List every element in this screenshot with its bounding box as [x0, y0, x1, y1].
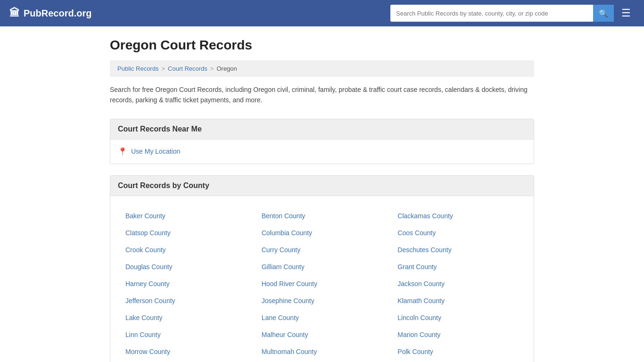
county-item[interactable]: Harney County	[118, 275, 254, 292]
county-item[interactable]: Multnomah County	[254, 343, 390, 360]
county-item[interactable]: Columbia County	[254, 224, 390, 241]
county-item[interactable]: Coos County	[390, 224, 526, 241]
location-icon: 📍	[118, 147, 127, 156]
menu-icon: ☰	[621, 7, 631, 19]
breadcrumb-current: Oregon	[216, 65, 237, 72]
county-item[interactable]: Benton County	[254, 207, 390, 224]
county-item[interactable]: Lincoln County	[390, 309, 526, 326]
county-item[interactable]: Marion County	[390, 326, 526, 343]
county-item[interactable]: Umatilla County	[390, 360, 526, 362]
county-item[interactable]: Jefferson County	[118, 292, 254, 309]
county-item[interactable]: Clatsop County	[118, 224, 254, 241]
county-item[interactable]: Curry County	[254, 241, 390, 258]
county-item[interactable]: Linn County	[118, 326, 254, 343]
header-right: 🔍 ☰	[390, 5, 635, 22]
county-item[interactable]: Sherman County	[118, 360, 254, 362]
county-item[interactable]: Hood River County	[254, 275, 390, 292]
main-content: Oregon Court Records Public Records > Co…	[100, 26, 544, 362]
breadcrumb: Public Records > Court Records > Oregon	[110, 60, 534, 77]
county-item[interactable]: Malheur County	[254, 326, 390, 343]
site-header: 🏛 PubRecord.org 🔍 ☰	[0, 0, 644, 26]
county-item[interactable]: Tillamook County	[254, 360, 390, 362]
county-item[interactable]: Lane County	[254, 309, 390, 326]
logo-icon: 🏛	[9, 7, 20, 19]
breadcrumb-sep-1: >	[161, 65, 165, 72]
county-item[interactable]: Lake County	[118, 309, 254, 326]
county-item[interactable]: Deschutes County	[390, 241, 526, 258]
county-item[interactable]: Polk County	[390, 343, 526, 360]
county-item[interactable]: Morrow County	[118, 343, 254, 360]
breadcrumb-court-records[interactable]: Court Records	[168, 65, 207, 72]
county-item[interactable]: Klamath County	[390, 292, 526, 309]
near-me-header: Court Records Near Me	[110, 119, 534, 140]
county-section-body: Baker CountyBenton CountyClackamas Count…	[110, 196, 534, 362]
page-description: Search for free Oregon Court Records, in…	[110, 84, 534, 106]
county-item[interactable]: Baker County	[118, 207, 254, 224]
menu-button[interactable]: ☰	[618, 6, 635, 20]
breadcrumb-public-records[interactable]: Public Records	[117, 65, 158, 72]
county-section-header: Court Records by County	[110, 176, 534, 196]
search-input[interactable]	[390, 6, 593, 21]
site-logo[interactable]: 🏛 PubRecord.org	[9, 7, 91, 19]
search-button[interactable]: 🔍	[593, 5, 614, 22]
near-me-body: 📍 Use My Location	[110, 140, 534, 164]
county-item[interactable]: Clackamas County	[390, 207, 526, 224]
county-item[interactable]: Grant County	[390, 258, 526, 275]
page-title: Oregon Court Records	[110, 38, 534, 53]
county-item[interactable]: Gilliam County	[254, 258, 390, 275]
county-item[interactable]: Josephine County	[254, 292, 390, 309]
use-location-label: Use My Location	[131, 148, 180, 155]
use-location-button[interactable]: 📍 Use My Location	[118, 147, 526, 156]
logo-text: PubRecord.org	[24, 8, 91, 19]
breadcrumb-sep-2: >	[210, 65, 214, 72]
county-item[interactable]: Douglas County	[118, 258, 254, 275]
county-item[interactable]: Jackson County	[390, 275, 526, 292]
near-me-section: Court Records Near Me 📍 Use My Location	[110, 119, 534, 164]
county-item[interactable]: Crook County	[118, 241, 254, 258]
county-section: Court Records by County Baker CountyBent…	[110, 175, 534, 362]
search-container: 🔍	[390, 5, 614, 22]
county-grid: Baker CountyBenton CountyClackamas Count…	[118, 204, 526, 362]
search-icon: 🔍	[599, 9, 608, 17]
